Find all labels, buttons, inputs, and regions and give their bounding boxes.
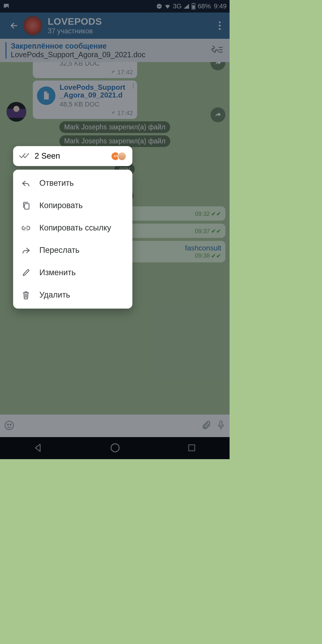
- edit-icon: [21, 269, 31, 277]
- menu-item-label: Переслать: [39, 246, 80, 255]
- reply-icon: [21, 179, 31, 187]
- menu-item-edit[interactable]: Изменить: [13, 261, 132, 284]
- seen-by-button[interactable]: 2 Seen AF: [13, 146, 132, 166]
- seen-checks-icon: [19, 152, 30, 160]
- seen-label: 2 Seen: [35, 151, 109, 161]
- copy-icon: [21, 201, 31, 210]
- menu-item-label: Удалить: [39, 290, 70, 300]
- menu-item-label: Ответить: [39, 179, 74, 188]
- menu-item-label: Копировать: [39, 201, 83, 210]
- menu-item-forward[interactable]: Переслать: [13, 239, 132, 261]
- link-icon: [21, 225, 31, 231]
- menu-item-copy[interactable]: Копировать: [13, 194, 132, 217]
- menu-item-reply[interactable]: Ответить: [13, 172, 132, 194]
- menu-item-label: Копировать ссылку: [39, 223, 111, 233]
- delete-icon: [21, 291, 31, 300]
- menu-item-delete[interactable]: Удалить: [13, 284, 132, 306]
- svg-rect-21: [24, 204, 29, 209]
- context-menu: Ответить Копировать Копировать ссылку Пе…: [13, 170, 132, 309]
- seen-avatars: AF: [113, 152, 126, 161]
- menu-item-label: Изменить: [39, 268, 76, 277]
- forward-icon: [21, 247, 31, 254]
- menu-item-copy-link[interactable]: Копировать ссылку: [13, 217, 132, 239]
- seen-avatar: [117, 152, 126, 161]
